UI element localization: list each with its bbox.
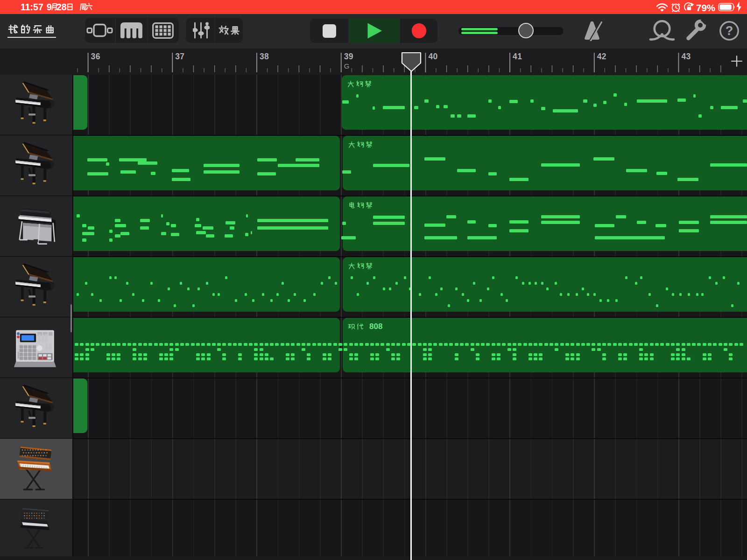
svg-text:79%: 79% (696, 2, 715, 13)
svg-text:9: 9 (47, 1, 52, 12)
svg-text:?: ? (726, 24, 733, 38)
svg-text:28: 28 (56, 1, 67, 12)
